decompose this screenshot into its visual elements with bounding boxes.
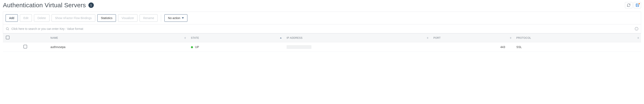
save-button[interactable] [634, 2, 641, 8]
sort-icon [510, 37, 512, 39]
count-badge: 1 [88, 2, 94, 8]
row-checkbox[interactable] [24, 45, 27, 48]
select-all-checkbox[interactable] [6, 36, 10, 39]
sort-icon [184, 37, 186, 39]
column-header-state[interactable]: STATE [188, 34, 284, 42]
search-bar [3, 24, 641, 33]
column-label: PROTOCOL [516, 36, 531, 39]
toolbar: Add Edit Delete Show nFactor Flow Bindin… [3, 12, 641, 24]
cell-ip-redacted [286, 45, 312, 49]
chevron-down-icon [182, 18, 184, 19]
show-nfactor-bindings-button[interactable]: Show nFactor Flow Bindings [52, 14, 95, 22]
table-row[interactable]: authnvsepa UP 443 SSL [3, 42, 641, 52]
status-dot-icon [191, 46, 193, 48]
page-title: Authentication Virtual Servers [3, 2, 86, 9]
column-label: STATE [191, 36, 199, 39]
search-icon [6, 27, 9, 31]
cell-name: authnvsepa [48, 42, 188, 52]
no-action-label: No action [168, 16, 180, 20]
column-header-name[interactable]: NAME [48, 34, 188, 42]
unsaved-indicator-icon [638, 3, 640, 4]
add-button[interactable]: Add [6, 14, 18, 22]
svg-point-0 [6, 28, 8, 30]
statistics-button[interactable]: Statistics [97, 14, 116, 22]
column-label: PORT [434, 36, 441, 39]
refresh-icon [627, 3, 630, 7]
visualizer-button[interactable]: Visualizer [118, 14, 138, 22]
column-header-port[interactable]: PORT [430, 34, 514, 42]
search-input[interactable] [12, 27, 632, 30]
info-icon[interactable] [635, 27, 638, 31]
cell-port: 443 [430, 42, 514, 52]
svg-line-1 [8, 30, 9, 30]
refresh-button[interactable] [625, 2, 632, 8]
column-label: NAME [50, 36, 58, 39]
sort-icon [637, 37, 639, 39]
column-header-checkbox [3, 34, 48, 42]
column-label: IP ADDRESS [286, 36, 302, 39]
cell-state: UP [195, 45, 199, 49]
sort-icon [427, 37, 428, 39]
vservers-table: NAME STATE IP ADDRESS PORT PROTOCOL [3, 33, 641, 52]
sort-icon [280, 38, 282, 38]
no-action-dropdown[interactable]: No action [164, 14, 188, 22]
rename-button[interactable]: Rename [140, 14, 158, 22]
delete-button[interactable]: Delete [34, 14, 49, 22]
column-header-protocol[interactable]: PROTOCOL [514, 34, 641, 42]
column-header-ip[interactable]: IP ADDRESS [284, 34, 430, 42]
edit-button[interactable]: Edit [20, 14, 32, 22]
cell-protocol: SSL [514, 42, 641, 52]
